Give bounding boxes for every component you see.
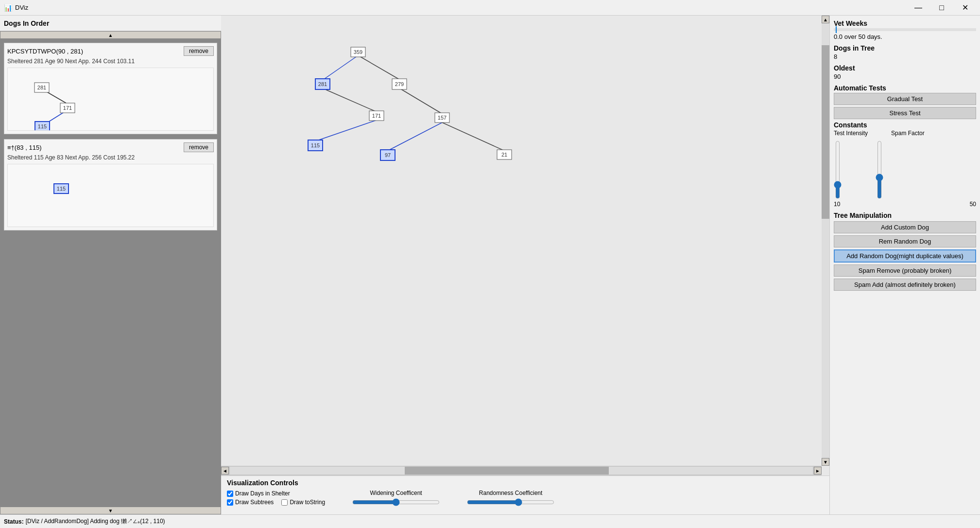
randomness-coeff-group: Randomness Coefficient [467, 490, 554, 506]
widening-coeff-slider[interactable] [352, 498, 440, 506]
horizontal-scrollbar[interactable]: ◄ ► [221, 466, 822, 475]
dog-card-2-viz: 115 [7, 164, 214, 227]
test-intensity-slider-group [834, 141, 842, 199]
test-intensity-slider[interactable] [834, 141, 842, 199]
dog-card-2: ≡†(83 , 115) remove Sheltered 115 Age 83… [4, 139, 217, 230]
slider1-max: 50 [970, 201, 976, 208]
svg-line-10 [323, 55, 358, 80]
draw-tostring-label[interactable]: Draw toString [281, 499, 325, 506]
scroll-track-v[interactable] [822, 23, 829, 458]
oldest-label: Oldest [834, 64, 976, 72]
scroll-left-arrow[interactable]: ◄ [221, 467, 229, 475]
gradual-test-button[interactable]: Gradual Test [834, 93, 976, 105]
dogs-in-tree-label: Dogs in Tree [834, 44, 976, 52]
svg-text:97: 97 [385, 152, 391, 158]
vertical-scrollbar[interactable]: ▲ ▼ [822, 16, 829, 466]
draw-subtrees-text: Draw Subtrees [235, 499, 274, 506]
svg-text:281: 281 [37, 85, 46, 90]
scroll-track-h[interactable] [230, 467, 813, 475]
tree-manipulation-title: Tree Manipulation [834, 211, 976, 219]
draw-days-label[interactable]: Draw Days in Shelter [227, 490, 325, 497]
draw-subtrees-checkbox[interactable] [227, 499, 233, 506]
svg-line-12 [323, 88, 377, 112]
automatic-tests-title: Automatic Tests [834, 84, 976, 92]
dog-list: KPCSYTDTWPO(90 , 281) remove Sheltered 2… [0, 39, 221, 507]
svg-text:279: 279 [395, 81, 404, 87]
draw-tostring-text: Draw toString [290, 499, 325, 506]
maximize-button[interactable]: □ [930, 0, 953, 16]
scroll-up-arrow[interactable]: ▲ [822, 16, 829, 23]
center-panel: 359 281 279 171 157 115 [221, 16, 829, 514]
dog-card-1-info: Sheltered 281 Age 90 Next App. 244 Cost … [7, 58, 214, 65]
svg-text:157: 157 [438, 115, 447, 121]
draw-days-checkbox[interactable] [227, 491, 233, 497]
draw-tostring-checkbox[interactable] [281, 499, 288, 506]
dog-card-1: KPCSYTDTWPO(90 , 281) remove Sheltered 2… [4, 43, 217, 134]
dog-card-1-viz: 281 171 115 [7, 68, 214, 131]
scroll-down-btn[interactable]: ▼ [0, 507, 221, 514]
randomness-coeff-slider[interactable] [467, 498, 554, 506]
svg-text:171: 171 [372, 113, 381, 119]
svg-text:115: 115 [57, 186, 66, 192]
left-panel: Dogs In Order ▲ KPCSYTDTWPO(90 , 281) re… [0, 16, 221, 514]
constants-title: Constants [834, 121, 976, 129]
svg-line-15 [388, 123, 442, 151]
add-custom-dog-button[interactable]: Add Custom Dog [834, 221, 976, 233]
app-icon: 📊 [4, 4, 12, 12]
dog-card-2-remove-button[interactable]: remove [184, 142, 214, 152]
checkbox-group: Draw Days in Shelter Draw Subtrees Draw … [227, 490, 325, 506]
app-title: DViz [15, 4, 907, 11]
scroll-right-arrow[interactable]: ► [814, 467, 822, 475]
scroll-down-arrow[interactable]: ▼ [822, 458, 829, 466]
close-button[interactable]: ✕ [954, 0, 976, 16]
draw-subtrees-label[interactable]: Draw Subtrees [227, 499, 274, 506]
scroll-thumb-v[interactable] [822, 45, 829, 219]
svg-line-14 [316, 120, 377, 141]
spam-factor-slider[interactable] [876, 141, 883, 199]
widening-coeff-label: Widening Coefficent [370, 490, 422, 496]
stress-test-button[interactable]: Stress Test [834, 107, 976, 119]
add-random-dog-button[interactable]: Add Random Dog(might duplicate values) [834, 249, 976, 263]
rem-random-dog-button[interactable]: Rem Random Dog [834, 235, 976, 247]
viz-controls-title: Visualization Controls [227, 479, 824, 487]
constants-labels: Test Intensity Spam Factor [834, 130, 976, 137]
spam-remove-button[interactable]: Spam Remove (probably broken) [834, 264, 976, 277]
draw-days-text: Draw Days in Shelter [235, 490, 290, 497]
dog-card-2-info: Sheltered 115 Age 83 Next App. 256 Cost … [7, 154, 214, 161]
vet-weeks-value: 0.0 over 50 days. [834, 33, 976, 40]
window-controls: — □ ✕ [907, 0, 976, 16]
constants-slider-values: 10 50 [834, 201, 976, 208]
dog-card-2-name: ≡†(83 , 115) [7, 144, 41, 151]
right-panel: Vet Weeks 0.0 over 50 days. Dogs in Tree… [829, 16, 980, 514]
minimize-button[interactable]: — [907, 0, 929, 16]
scroll-thumb-h[interactable] [405, 467, 609, 475]
tree-view[interactable]: 359 281 279 171 157 115 [221, 16, 829, 475]
svg-text:115: 115 [38, 123, 47, 129]
svg-text:171: 171 [63, 105, 72, 111]
viz-controls-row: Draw Days in Shelter Draw Subtrees Draw … [227, 490, 824, 506]
oldest-value: 90 [834, 73, 976, 80]
spam-factor-slider-group [876, 141, 883, 199]
dog-card-2-header: ≡†(83 , 115) remove [7, 142, 214, 152]
slider1-min: 10 [834, 201, 840, 208]
randomness-coeff-label: Randomness Coefficient [479, 490, 543, 496]
svg-text:281: 281 [318, 81, 327, 87]
scroll-up-btn[interactable]: ▲ [0, 31, 221, 39]
dog-card-1-header: KPCSYTDTWPO(90 , 281) remove [7, 46, 214, 56]
svg-text:359: 359 [354, 49, 362, 55]
svg-text:21: 21 [501, 152, 507, 158]
svg-line-13 [400, 88, 442, 114]
dog-card-1-name: KPCSYTDTWPO(90 , 281) [7, 48, 83, 55]
title-bar: 📊 DViz — □ ✕ [0, 0, 980, 16]
svg-line-16 [442, 123, 504, 151]
status-label: Status: [4, 518, 24, 525]
svg-line-11 [358, 55, 400, 80]
spam-add-button[interactable]: Spam Add (almost definitely broken) [834, 279, 976, 291]
spam-factor-label: Spam Factor [891, 130, 925, 137]
vet-weeks-indicator [836, 26, 837, 33]
dogs-in-tree-value: 8 [834, 53, 976, 60]
dog-card-1-remove-button[interactable]: remove [184, 46, 214, 56]
viz-controls: Visualization Controls Draw Days in Shel… [221, 475, 829, 514]
tree-svg: 359 281 279 171 157 115 [221, 16, 829, 475]
widening-coeff-group: Widening Coefficent [352, 490, 440, 506]
